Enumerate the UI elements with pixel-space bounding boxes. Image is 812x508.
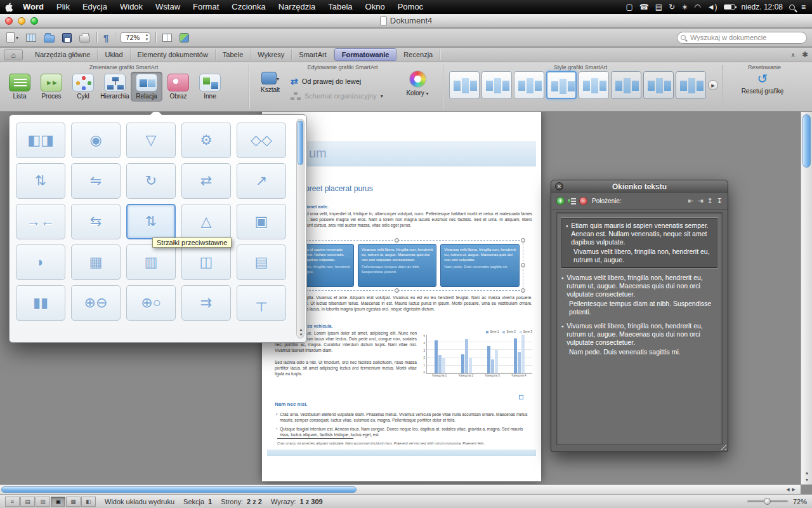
smartart-style-thumb-selected[interactable] — [546, 71, 577, 99]
selection-handle[interactable] — [521, 238, 525, 243]
ribbon-tab[interactable]: Tabele — [216, 49, 251, 60]
smartart-layout-hex-cluster[interactable]: ◇◇ — [237, 123, 286, 158]
smartart-layout-counterbalance[interactable]: ⇋ — [71, 163, 121, 199]
smartart-style-thumb[interactable] — [676, 71, 706, 99]
vertical-scroll-arrows[interactable]: ▲▼ — [801, 469, 812, 483]
menu-item[interactable]: Edycja — [76, 0, 114, 14]
promote-icon[interactable]: ⇤ — [688, 197, 693, 205]
gear-icon[interactable]: ✱ — [802, 50, 808, 59]
volume-icon[interactable] — [707, 3, 717, 11]
smartart-layout-opposing-stack[interactable]: ⇅ — [16, 163, 65, 199]
gallery-scrollbar[interactable] — [296, 119, 304, 338]
notification-list-icon[interactable] — [801, 3, 806, 11]
smartart-layout-nested-target[interactable]: ▣ — [237, 204, 286, 239]
smartart-style-thumb[interactable] — [579, 71, 609, 99]
bar-chart[interactable]: Serie 1Serie 2Serie 3 543210 Kategoria 1… — [421, 329, 532, 384]
smartart-layout-radial-cycle[interactable]: ◉ — [71, 123, 121, 158]
move-up-icon[interactable]: ↥ — [707, 197, 713, 205]
reset-graphic-button[interactable]: ↺ Resetuj grafikę — [731, 72, 794, 95]
smartart-style-thumb[interactable] — [449, 71, 480, 99]
smartart-type-button-relacja[interactable]: Relacja — [131, 72, 162, 102]
ribbon-tab[interactable]: SmartArt — [292, 49, 334, 60]
keyboard-icon[interactable] — [655, 3, 662, 11]
publishing-view-button[interactable]: ▥ — [36, 497, 50, 507]
toolbox-button[interactable] — [178, 30, 190, 44]
horizontal-scroll-thumb[interactable] — [1, 486, 357, 493]
section-indicator[interactable]: Sekcja 1 — [183, 498, 212, 505]
ribbon-tab[interactable]: Układ — [98, 49, 130, 60]
battery-icon[interactable] — [724, 4, 735, 10]
wifi-icon[interactable] — [694, 3, 700, 11]
ribbon-tab[interactable]: Formatowanie — [334, 48, 397, 61]
vertical-scroll-thumb[interactable] — [802, 114, 811, 168]
menu-item[interactable]: Czcionka — [225, 0, 272, 14]
zoom-slider-thumb[interactable] — [764, 498, 771, 505]
smartart-style-thumb[interactable] — [514, 71, 544, 99]
smartart-layout-radial-grid[interactable]: ◫ — [181, 244, 231, 280]
selection-handle[interactable] — [521, 263, 525, 267]
smartart-style-thumb[interactable] — [481, 71, 512, 99]
smartart-graphic[interactable]: Etiam quis mauris id sapien venenatis se… — [271, 240, 523, 291]
horizontal-scroll-arrows[interactable]: ◀▶ — [786, 487, 798, 492]
text-pane-titlebar[interactable]: ✕ Okienko tekstu — [551, 180, 728, 193]
selection-handle[interactable] — [395, 238, 399, 243]
collapse-ribbon-icon[interactable]: ∧ — [791, 51, 796, 58]
remove-item-button[interactable]: − — [579, 197, 587, 205]
smartart-type-button-obraz[interactable]: Obraz — [162, 72, 194, 102]
smartart-type-button-proces[interactable]: Proces — [36, 72, 67, 102]
ribbon-tab[interactable]: Wykresy — [251, 49, 292, 60]
open-button[interactable] — [43, 30, 56, 44]
smartart-layout-gear[interactable]: ⚙ — [181, 123, 231, 158]
right-to-left-button[interactable]: ⇄ Od prawej do lewej — [291, 76, 361, 86]
show-paragraph-marks-button[interactable]: ¶ — [102, 30, 110, 44]
display-icon[interactable] — [625, 3, 632, 11]
text-pane-entry[interactable]: Vivamus velit libero, fringilla non, hen… — [561, 274, 717, 316]
print-button[interactable] — [78, 30, 91, 44]
ribbon-tab[interactable]: Elementy dokumentów — [131, 49, 216, 60]
smartart-style-thumb[interactable] — [643, 71, 674, 99]
smartart-type-button-cykl[interactable]: Cykl — [67, 72, 99, 102]
home-icon[interactable]: ⌂ — [4, 50, 23, 60]
colors-button[interactable]: Kolory ▾ — [400, 70, 435, 97]
menu-item[interactable]: Okno — [359, 0, 391, 14]
text-pane-entry[interactable]: Etiam quis mauris id sapien venenatis se… — [561, 218, 717, 268]
menu-item[interactable]: Widok — [114, 0, 149, 14]
smartart-layout-plus-circles[interactable]: ⊕○ — [126, 285, 176, 321]
smartart-layout-half-circle[interactable]: ◗ — [16, 244, 65, 280]
gallery-scroll-thumb[interactable] — [298, 121, 303, 165]
smartart-box[interactable]: Vivamus velit libero, fringilla non, hen… — [440, 244, 520, 287]
smartart-layout-converging-arrows[interactable]: →← — [16, 204, 65, 239]
smartart-layout-diverging-arrow[interactable]: ↗ — [237, 163, 286, 199]
notebook-view-button[interactable]: ▦ — [66, 497, 81, 507]
vertical-scrollbar[interactable]: ▲▼ — [801, 112, 812, 485]
style-gallery-more-button[interactable]: ▶ — [708, 80, 718, 90]
text-pane-entry[interactable]: Vivamus velit libero, fringilla non, hen… — [561, 322, 717, 356]
bluetooth-icon[interactable] — [681, 3, 688, 11]
smartart-layout-tree[interactable]: ┬ — [237, 285, 286, 321]
spotlight-icon[interactable] — [789, 4, 795, 10]
smartart-layout-funnel[interactable]: ▽ — [126, 123, 176, 158]
smartart-layout-stacked-list[interactable]: ▤ — [237, 244, 286, 280]
elements-gallery-button[interactable] — [25, 30, 37, 44]
horizontal-scrollbar[interactable]: ◀▶ — [0, 485, 801, 494]
smartart-layout-arrow-ribbon[interactable]: ⇄ — [181, 163, 231, 199]
menu-item[interactable]: Tabela — [322, 0, 358, 14]
selection-handle[interactable] — [521, 288, 525, 293]
text-pane-window[interactable]: ✕ Okienko tekstu + − Położenie: ⇤ ⇥ ↥ ↧ … — [551, 180, 728, 452]
word-count-indicator[interactable]: Wyrazy: 1 z 309 — [271, 498, 323, 505]
smartart-layout-grouped-list[interactable]: ▦ — [71, 244, 121, 280]
menu-item[interactable]: Word — [16, 0, 50, 14]
menu-item[interactable]: Pomoc — [391, 0, 429, 14]
gallery-scroll-arrows[interactable]: ▲▼ — [297, 327, 305, 337]
smartart-layout-segmented-cycle[interactable]: ↻ — [126, 163, 176, 199]
new-document-button[interactable]: ▾ — [5, 30, 20, 44]
draft-view-button[interactable]: ≡ — [5, 497, 20, 507]
smartart-type-button-hierarchia[interactable]: Hierarchia — [99, 72, 131, 102]
smartart-style-thumb[interactable] — [611, 71, 641, 99]
move-down-icon[interactable]: ↧ — [717, 197, 723, 205]
fullscreen-view-button[interactable]: ◧ — [81, 497, 96, 507]
text-pane-content[interactable]: Etiam quis mauris id sapien venenatis se… — [556, 212, 723, 445]
smartart-type-button-lista[interactable]: Lista — [4, 72, 36, 102]
search-input[interactable] — [677, 32, 807, 44]
shape-button[interactable]: ▾ Kształt — [254, 72, 287, 93]
